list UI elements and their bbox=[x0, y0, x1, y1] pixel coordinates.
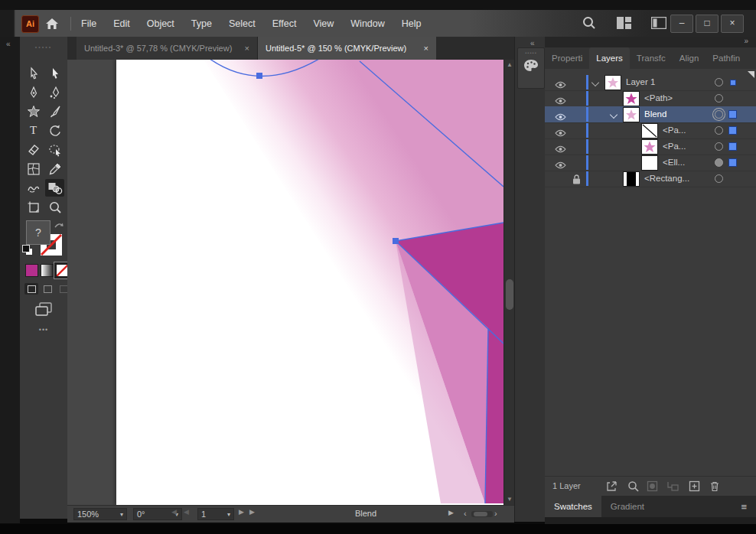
tab-transform[interactable]: Transfc bbox=[630, 47, 673, 69]
layer-thumbnail[interactable] bbox=[641, 139, 658, 155]
horizontal-scrollbar[interactable] bbox=[471, 511, 493, 517]
close-window-button[interactable]: × bbox=[721, 15, 744, 33]
type-tool[interactable]: T bbox=[24, 122, 43, 139]
artboard-number-select[interactable]: 1 ▾ bbox=[197, 508, 234, 520]
pen-tool[interactable] bbox=[24, 83, 43, 101]
draw-behind-button[interactable] bbox=[41, 283, 54, 295]
tab-gradient[interactable]: Gradient bbox=[601, 496, 653, 517]
horizontal-scrollbar-thumb[interactable] bbox=[474, 512, 487, 516]
document-tab-active[interactable]: Untitled-5* @ 150 % (CMYK/Preview) × bbox=[258, 37, 436, 60]
delete-layer-trash-icon[interactable] bbox=[709, 480, 720, 495]
target-circle[interactable] bbox=[715, 126, 723, 135]
panel-menu-icon[interactable]: ≡ bbox=[747, 47, 756, 69]
target-circle[interactable] bbox=[715, 174, 723, 183]
locate-object-icon[interactable] bbox=[627, 480, 639, 495]
panel-menu-icon[interactable]: ≡ bbox=[732, 496, 756, 517]
visibility-eye-icon[interactable] bbox=[555, 78, 567, 86]
layer-name[interactable]: <Rectang... bbox=[644, 174, 689, 183]
selection-indicator[interactable] bbox=[728, 158, 737, 167]
visibility-eye-icon[interactable] bbox=[555, 142, 567, 151]
color-panel-collapsed[interactable]: ••••• bbox=[517, 47, 545, 89]
last-artboard-button[interactable]: ▶ bbox=[249, 508, 255, 516]
close-tab-icon[interactable]: × bbox=[418, 44, 429, 53]
menu-file[interactable]: File bbox=[81, 18, 96, 29]
layer-name[interactable]: <Pa... bbox=[663, 142, 686, 151]
layer-row-rectangle[interactable]: <Rectang... bbox=[545, 171, 756, 187]
close-tab-icon[interactable]: × bbox=[239, 44, 249, 53]
collapse-tools-icon[interactable]: « bbox=[6, 40, 11, 48]
scroll-left-icon[interactable]: ‹ bbox=[464, 509, 467, 519]
new-layer-icon[interactable] bbox=[689, 480, 700, 495]
layer-row-path-star[interactable]: <Pa... bbox=[545, 138, 756, 155]
layer-thumbnail[interactable] bbox=[641, 155, 658, 171]
artboard-tool[interactable] bbox=[24, 198, 43, 216]
selection-indicator[interactable] bbox=[730, 80, 736, 86]
screen-mode-button[interactable] bbox=[34, 301, 54, 321]
document-tab-inactive[interactable]: Untitled-3* @ 57,78 % (CMYK/Preview) × bbox=[77, 37, 258, 60]
target-circle[interactable] bbox=[715, 78, 723, 86]
home-icon[interactable] bbox=[44, 16, 60, 31]
shaper-tool[interactable] bbox=[24, 179, 43, 197]
layer-thumbnail[interactable] bbox=[641, 123, 658, 138]
swap-fill-stroke-icon[interactable] bbox=[54, 219, 64, 233]
tab-properties[interactable]: Properti bbox=[545, 47, 589, 69]
status-play-icon[interactable]: ▶ bbox=[448, 509, 454, 516]
arrange-documents-icon[interactable] bbox=[617, 17, 631, 32]
menu-object[interactable]: Object bbox=[147, 18, 174, 29]
menu-view[interactable]: View bbox=[313, 18, 334, 29]
scroll-right-icon[interactable]: › bbox=[494, 509, 497, 519]
lock-icon[interactable] bbox=[572, 174, 581, 187]
first-artboard-button[interactable]: ◀ bbox=[171, 508, 177, 516]
layer-row-path[interactable]: <Path> bbox=[545, 90, 756, 107]
menu-help[interactable]: Help bbox=[402, 18, 422, 29]
star-shape-tool[interactable] bbox=[24, 103, 43, 120]
target-circle-appearance[interactable] bbox=[715, 158, 723, 167]
visibility-eye-icon[interactable] bbox=[555, 126, 567, 135]
menu-edit[interactable]: Edit bbox=[113, 18, 130, 29]
artboard[interactable] bbox=[116, 60, 503, 505]
layer-name[interactable]: Blend bbox=[644, 109, 666, 119]
clipping-mask-icon[interactable] bbox=[647, 480, 658, 495]
scroll-down-icon[interactable]: ▼ bbox=[504, 496, 514, 503]
gradient-fill-button[interactable] bbox=[41, 264, 54, 277]
layer-row-blend[interactable]: Blend bbox=[545, 106, 756, 123]
menu-type[interactable]: Type bbox=[191, 18, 212, 29]
layer-thumbnail[interactable] bbox=[623, 107, 640, 122]
color-palette-icon[interactable] bbox=[523, 59, 539, 76]
menu-effect[interactable]: Effect bbox=[272, 18, 297, 29]
layer-thumbnail[interactable] bbox=[623, 171, 640, 187]
vertical-scrollbar-thumb[interactable] bbox=[506, 279, 513, 310]
new-sublayer-icon[interactable] bbox=[666, 480, 679, 495]
paintbrush-tool[interactable] bbox=[45, 103, 64, 120]
target-circle-targeted[interactable] bbox=[715, 110, 723, 119]
selection-indicator[interactable] bbox=[728, 126, 737, 135]
expand-chevron-icon[interactable] bbox=[610, 111, 618, 119]
selection-indicator[interactable] bbox=[728, 142, 737, 151]
layer-row-layer1[interactable]: Layer 1 bbox=[545, 74, 756, 91]
visibility-eye-icon[interactable] bbox=[555, 94, 567, 103]
previous-artboard-button[interactable]: ◀ bbox=[184, 508, 189, 516]
target-circle[interactable] bbox=[715, 94, 723, 103]
menu-window[interactable]: Window bbox=[350, 18, 384, 29]
zoom-tool[interactable] bbox=[45, 198, 64, 216]
search-icon[interactable] bbox=[582, 15, 597, 34]
panel-grip[interactable]: ••••• bbox=[20, 44, 67, 50]
tab-pathfinder[interactable]: Pathfin bbox=[705, 47, 747, 69]
zoom-level-select[interactable]: 150% ▾ bbox=[73, 508, 127, 520]
default-fill-stroke-icon[interactable] bbox=[22, 245, 32, 255]
selection-indicator[interactable] bbox=[728, 110, 737, 119]
visibility-eye-icon[interactable] bbox=[555, 158, 567, 167]
layer-name[interactable]: <Pa... bbox=[663, 125, 686, 135]
rotate-tool[interactable] bbox=[45, 122, 64, 139]
panel-grip[interactable]: ••••• bbox=[518, 50, 544, 55]
canvas[interactable]: ▲ ▼ bbox=[67, 60, 514, 505]
tab-layers[interactable]: Layers bbox=[589, 47, 630, 69]
edit-toolbar-ellipsis[interactable]: ••• bbox=[20, 326, 67, 334]
layer-name[interactable]: Layer 1 bbox=[626, 77, 655, 86]
app-logo-icon[interactable]: Ai bbox=[21, 15, 39, 33]
maximize-button[interactable]: □ bbox=[696, 15, 719, 33]
eraser-tool[interactable] bbox=[24, 141, 43, 158]
expand-chevron-icon[interactable] bbox=[591, 79, 599, 86]
layer-thumbnail[interactable] bbox=[623, 91, 640, 106]
vertical-scrollbar[interactable]: ▲ ▼ bbox=[503, 60, 514, 505]
